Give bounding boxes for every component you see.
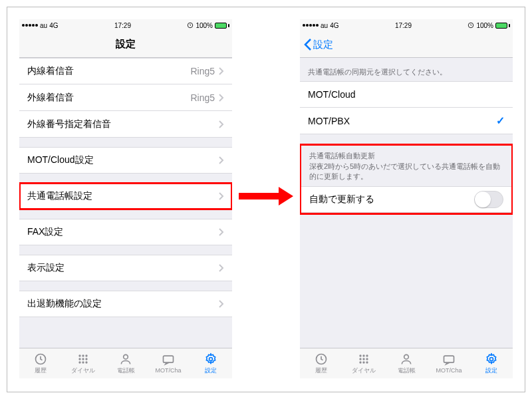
- network-label: 4G: [330, 22, 338, 29]
- tab-label: MOT/Cha: [155, 367, 181, 374]
- network-label: 4G: [49, 22, 58, 29]
- tab-label: MOT/Cha: [436, 367, 462, 374]
- tab-dial[interactable]: ダイヤル: [342, 348, 385, 378]
- svg-point-8: [78, 361, 80, 363]
- chevron-right-icon: [219, 264, 224, 272]
- section-desc: 深夜2時から5時のあいだで選択している共通電話帳を自動的に更新します。: [309, 162, 500, 180]
- page-title: 設定: [116, 38, 136, 51]
- row-label: MOT/PBX: [308, 116, 496, 126]
- tab-settings[interactable]: 設定: [190, 348, 232, 378]
- svg-point-13: [209, 357, 213, 360]
- gear-icon: [204, 352, 217, 366]
- svg-point-24: [366, 361, 368, 363]
- chevron-left-icon: [304, 39, 312, 51]
- settings-list: 内線着信音 Ring5 外線着信音 Ring5 外線番号指定着信音 MOT/Cl…: [19, 58, 232, 348]
- row-label: FAX設定: [27, 226, 219, 238]
- tab-settings[interactable]: 設定: [470, 348, 513, 378]
- tab-motcha[interactable]: MOT/Cha: [147, 348, 190, 378]
- row-mot-cloud-settings[interactable]: MOT/Cloud設定: [19, 147, 232, 174]
- row-value: Ring5: [190, 92, 215, 103]
- row-label: 外線着信音: [27, 92, 190, 104]
- row-value: Ring5: [190, 66, 215, 76]
- svg-point-11: [124, 354, 128, 359]
- tab-contacts[interactable]: 電話帳: [385, 348, 428, 378]
- row-fax-settings[interactable]: FAX設定: [19, 219, 232, 245]
- tab-label: ダイヤル: [352, 366, 376, 375]
- sync-source-list: 共通電話帳の同期元を選択してください。 MOT/Cloud MOT/PBX ✓ …: [300, 58, 513, 348]
- clock: 17:29: [395, 22, 412, 29]
- clock-icon: [315, 352, 328, 366]
- checkmark-icon: ✓: [496, 114, 505, 127]
- row-internal-ringtone[interactable]: 内線着信音 Ring5: [19, 58, 232, 84]
- signal-dots-icon: [22, 24, 38, 27]
- svg-point-27: [490, 357, 493, 360]
- nav-bar: 設定: [19, 31, 232, 58]
- svg-point-18: [366, 354, 368, 356]
- row-label: MOT/Cloud設定: [27, 154, 219, 166]
- chevron-right-icon: [219, 67, 224, 75]
- svg-point-3: [82, 354, 84, 356]
- tab-motcha[interactable]: MOT/Cha: [428, 348, 470, 378]
- row-external-ringtone[interactable]: 外線着信音 Ring5: [19, 84, 232, 111]
- chevron-right-icon: [219, 120, 224, 128]
- chevron-right-icon: [219, 192, 224, 200]
- carrier-label: au: [40, 22, 47, 29]
- status-bar: au 4G 17:29 100%: [19, 19, 232, 31]
- tab-history[interactable]: 履歴: [19, 348, 62, 378]
- tab-bar: 履歴 ダイヤル 電話帳 MOT/Cha 設定: [300, 348, 513, 378]
- row-label: MOT/Cloud: [308, 89, 505, 100]
- svg-point-20: [362, 358, 364, 360]
- signal-dots-icon: [303, 24, 319, 27]
- svg-point-2: [78, 354, 80, 356]
- status-bar: au 4G 17:29 100%: [300, 19, 513, 31]
- chat-icon: [162, 353, 175, 366]
- tab-history[interactable]: 履歴: [300, 348, 342, 378]
- auto-update-toggle[interactable]: [474, 191, 503, 208]
- person-icon: [119, 352, 132, 366]
- chevron-right-icon: [219, 94, 224, 102]
- chevron-right-icon: [219, 300, 224, 308]
- row-auto-update: 自動で更新する: [301, 186, 511, 213]
- row-label: 外線番号指定着信音: [27, 118, 219, 130]
- svg-point-10: [85, 361, 87, 363]
- left-screenshot: au 4G 17:29 100% 設定 内線着信音 Ring5 外線着信音 Ri…: [19, 19, 232, 378]
- clock: 17:29: [114, 22, 131, 29]
- svg-point-25: [404, 354, 409, 359]
- tab-label: ダイヤル: [71, 366, 95, 375]
- carrier-label: au: [321, 22, 328, 29]
- battery-percent: 100%: [476, 22, 493, 29]
- svg-point-19: [359, 358, 361, 360]
- section-header: 共通電話帳自動更新 深夜2時から5時のあいだで選択している共通電話帳を自動的に更…: [301, 146, 511, 186]
- chevron-right-icon: [219, 228, 224, 236]
- row-attendance-settings[interactable]: 出退勤機能の設定: [19, 291, 232, 317]
- chat-icon: [442, 353, 456, 366]
- row-display-settings[interactable]: 表示設定: [19, 255, 232, 281]
- rotation-lock-icon: [187, 22, 194, 29]
- tab-label: 電話帳: [117, 366, 135, 375]
- person-icon: [400, 352, 413, 366]
- section-header: 共通電話帳の同期元を選択してください。: [300, 58, 513, 81]
- back-button[interactable]: 設定: [304, 31, 333, 58]
- row-label: 自動で更新する: [309, 194, 474, 205]
- battery-icon: [495, 23, 510, 29]
- svg-point-16: [359, 354, 361, 356]
- battery-icon: [215, 23, 229, 29]
- tab-contacts[interactable]: 電話帳: [104, 348, 147, 378]
- battery-percent: 100%: [196, 22, 213, 29]
- svg-point-5: [78, 358, 80, 360]
- row-label: 表示設定: [27, 262, 219, 274]
- chevron-right-icon: [219, 156, 224, 164]
- toggle-knob: [475, 192, 491, 207]
- row-shared-phonebook-settings[interactable]: 共通電話帳設定: [19, 183, 232, 209]
- tab-label: 履歴: [35, 366, 47, 375]
- gear-icon: [485, 352, 498, 366]
- row-mot-cloud-source[interactable]: MOT/Cloud: [300, 81, 513, 108]
- svg-point-21: [366, 358, 368, 360]
- row-label: 内線着信音: [27, 65, 190, 77]
- tab-dial[interactable]: ダイヤル: [62, 348, 104, 378]
- tab-label: 電話帳: [398, 366, 416, 375]
- row-external-number-ringtone[interactable]: 外線番号指定着信音: [19, 111, 232, 138]
- row-mot-pbx-source[interactable]: MOT/PBX ✓: [300, 108, 513, 134]
- svg-rect-12: [164, 356, 174, 362]
- auto-update-group: 共通電話帳自動更新 深夜2時から5時のあいだで選択している共通電話帳を自動的に更…: [300, 144, 513, 214]
